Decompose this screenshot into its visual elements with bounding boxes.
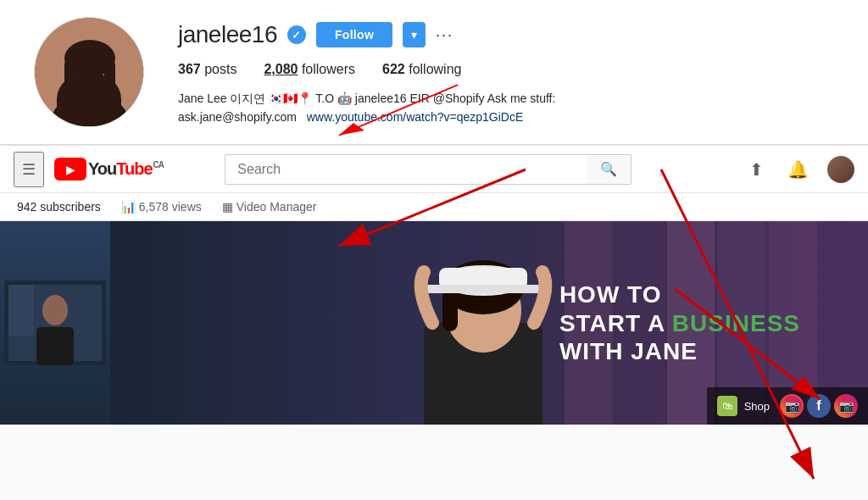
bio-line1: Jane Lee 이지연 🇰🇷🇨🇦📍 T.O 🤖 janelee16 EIR @…: [178, 89, 834, 108]
bar-chart-icon: 📊: [121, 200, 136, 214]
views-stat: 📊 6,578 views: [121, 200, 202, 214]
subscribers-count: 942 subscribers: [17, 200, 101, 214]
svg-point-0: [35, 18, 144, 127]
posts-label: posts: [204, 62, 236, 76]
video-manager-stat[interactable]: ▦ Video Manager: [222, 200, 317, 214]
video-title-line1: HOW TO: [559, 281, 800, 309]
follow-dropdown-button[interactable]: ▾: [403, 22, 426, 47]
follow-button[interactable]: Follow: [316, 22, 392, 47]
bio-line2: ask.jane@shopify.com www.youtube.com/wat…: [178, 108, 834, 126]
svg-rect-5: [64, 58, 76, 92]
video-title-line2: START A BUSINESS: [559, 308, 800, 337]
instagram-icon-1[interactable]: 📷: [780, 394, 804, 418]
following-label: following: [409, 62, 461, 76]
search-container: 🔍: [225, 154, 632, 185]
profile-bio: Jane Lee 이지연 🇰🇷🇨🇦📍 T.O 🤖 janelee16 EIR @…: [178, 89, 834, 127]
profile-header: janelee16 Follow ▾ ···: [178, 21, 834, 48]
svg-rect-20: [442, 289, 458, 331]
youtube-navbar: ☰ YouTubeCA 🔍 ⬆ 🔔: [0, 146, 868, 193]
svg-rect-6: [104, 60, 115, 90]
video-area: HOW TO START A BUSINESS WITH JANE 🛍 Shop…: [0, 221, 868, 425]
following-stat[interactable]: 622 following: [382, 62, 461, 77]
shop-label: Shop: [744, 400, 770, 413]
notifications-button[interactable]: 🔔: [782, 154, 814, 185]
svg-rect-23: [424, 285, 542, 293]
views-count: 6,578 views: [139, 200, 202, 214]
video-title-start-a: START A: [559, 309, 672, 336]
social-icons: 📷 f 📷: [780, 394, 858, 418]
username: janelee16: [178, 21, 277, 48]
channel-bar: 942 subscribers 📊 6,578 views ▦ Video Ma…: [0, 193, 868, 221]
avatar-image: [35, 18, 143, 126]
bio-youtube-link[interactable]: www.youtube.com/watch?v=qezp1GiDcE: [307, 110, 524, 124]
posts-stat: 367 posts: [178, 62, 236, 77]
svg-point-8: [95, 75, 102, 80]
svg-point-1: [52, 94, 128, 127]
youtube-logo-text: YouTubeCA: [88, 159, 164, 179]
posts-count: 367: [178, 62, 201, 76]
yt-you: You: [88, 159, 116, 178]
more-options-button[interactable]: ···: [436, 26, 453, 44]
svg-rect-15: [36, 327, 74, 365]
svg-rect-16: [8, 285, 34, 336]
yt-tube: Tube: [116, 159, 152, 178]
following-count: 622: [382, 62, 405, 76]
video-manager-icon: ▦: [222, 200, 233, 214]
profile-container: janelee16 Follow ▾ ··· 367 posts 2,080 f…: [34, 17, 834, 127]
shopify-icon: 🛍: [717, 396, 737, 416]
subscribers-stat: 942 subscribers: [17, 200, 101, 214]
user-avatar[interactable]: [827, 156, 854, 183]
video-title-business: BUSINESS: [672, 309, 800, 336]
verified-badge: [287, 25, 306, 44]
nav-icons: ⬆ 🔔: [744, 154, 854, 185]
profile-avatar[interactable]: [34, 17, 144, 127]
followers-label: followers: [302, 62, 355, 76]
instagram-icon-2[interactable]: 📷: [834, 394, 858, 418]
profile-info: janelee16 Follow ▾ ··· 367 posts 2,080 f…: [178, 17, 834, 127]
facebook-icon[interactable]: f: [807, 394, 831, 418]
instagram-profile-section: janelee16 Follow ▾ ··· 367 posts 2,080 f…: [0, 0, 868, 145]
youtube-logo[interactable]: YouTubeCA: [54, 158, 164, 181]
video-title-line3: WITH JANE: [559, 337, 800, 366]
svg-point-14: [42, 295, 68, 325]
bottom-bar: 🛍 Shop 📷 f 📷: [707, 387, 868, 425]
youtube-section: ☰ YouTubeCA 🔍 ⬆ 🔔 942 subscribers 📊 6,57…: [0, 145, 868, 425]
video-manager-label: Video Manager: [236, 200, 317, 214]
svg-rect-2: [81, 86, 98, 103]
upload-button[interactable]: ⬆: [744, 154, 769, 185]
yt-country: CA: [153, 160, 164, 169]
youtube-icon: [54, 158, 86, 181]
hamburger-menu-button[interactable]: ☰: [14, 152, 44, 187]
followers-count: 2,080: [264, 62, 298, 76]
search-input[interactable]: [225, 154, 587, 185]
svg-point-7: [78, 75, 85, 80]
search-button[interactable]: 🔍: [587, 154, 632, 185]
profile-stats: 367 posts 2,080 followers 622 following: [178, 62, 834, 77]
video-thumbnail-left[interactable]: [0, 221, 110, 425]
video-text-overlay: HOW TO START A BUSINESS WITH JANE: [559, 281, 800, 366]
bio-email: ask.jane@shopify.com: [178, 110, 297, 124]
followers-stat[interactable]: 2,080 followers: [264, 62, 355, 77]
